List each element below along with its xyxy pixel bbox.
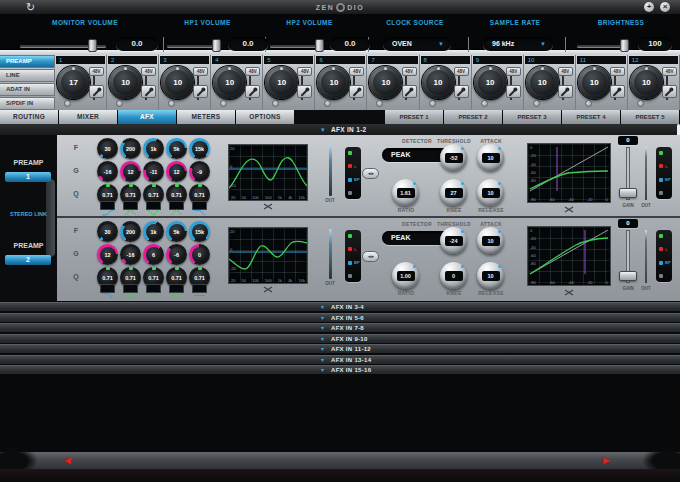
eq-gain-knob[interactable]: 0 [189, 244, 210, 265]
mic-line-button[interactable] [610, 85, 625, 98]
gain-knob[interactable]: 10 [474, 66, 507, 99]
gain-knob[interactable]: 10 [369, 66, 402, 99]
mic-line-button[interactable] [245, 85, 260, 98]
gain-knob[interactable]: 10 [161, 66, 194, 99]
pad-toggle[interactable] [64, 100, 71, 107]
edit-tools-icon[interactable] [263, 286, 273, 293]
indicator-light[interactable]: BP [348, 177, 361, 182]
eq-gain-knob[interactable]: -16 [97, 161, 118, 182]
eq-gain-knob[interactable]: 12 [120, 161, 141, 182]
eq-freq-knob[interactable]: 30 [97, 221, 118, 242]
phantom-power-button[interactable]: 48V [558, 67, 573, 76]
low-shelf-filter-icon[interactable] [100, 284, 115, 293]
main-tab[interactable]: AFX [118, 110, 176, 124]
ratio-knob[interactable]: 1.00 [392, 262, 419, 289]
eq-gain-knob[interactable]: -16 [120, 244, 141, 265]
scroll-right-arrow-icon[interactable]: ► [601, 452, 612, 469]
indicator-light[interactable] [348, 191, 361, 195]
hp1-volume-handle[interactable] [212, 39, 221, 52]
release-knob[interactable]: 10 [477, 179, 504, 206]
main-tab[interactable]: MIXER [59, 110, 117, 124]
phantom-power-button[interactable]: 48V [193, 67, 208, 76]
indicator-light[interactable] [659, 191, 672, 195]
mic-line-button[interactable] [297, 85, 312, 98]
band-filter-icon[interactable] [192, 284, 207, 293]
indicator-light[interactable]: L [659, 247, 672, 252]
mic-line-button[interactable] [662, 85, 677, 98]
indicator-light[interactable] [348, 274, 361, 278]
eq-freq-knob[interactable]: 200 [120, 138, 141, 159]
edit-tools-icon[interactable] [564, 289, 574, 296]
gain-knob[interactable]: 10 [109, 66, 142, 99]
eq-freq-knob[interactable]: 5k [166, 221, 187, 242]
edit-tools-icon[interactable] [564, 206, 574, 213]
pad-toggle[interactable] [220, 100, 227, 107]
preamp1-select-button[interactable]: 1 [5, 172, 51, 182]
eq-freq-knob[interactable]: 5k [166, 138, 187, 159]
phantom-power-button[interactable]: 48V [402, 67, 417, 76]
pad-toggle[interactable] [429, 100, 436, 107]
threshold-knob[interactable]: -52 [440, 144, 467, 171]
collapsed-afx-bar[interactable]: ▾ AFX IN 13-14 [0, 355, 680, 364]
indicator-light[interactable] [348, 234, 361, 238]
channel-link-button[interactable]: ◄► [362, 168, 379, 179]
pad-toggle[interactable] [637, 100, 644, 107]
gain-knob[interactable]: 10 [317, 66, 350, 99]
phantom-power-button[interactable]: 48V [610, 67, 625, 76]
mic-line-button[interactable] [89, 85, 104, 98]
indicator-light[interactable]: L [348, 247, 361, 252]
mic-line-button[interactable] [402, 85, 417, 98]
mic-line-button[interactable] [141, 85, 156, 98]
phantom-power-button[interactable]: 48V [89, 67, 104, 76]
bell-filter-icon[interactable] [123, 201, 138, 210]
phantom-power-button[interactable]: 48V [454, 67, 469, 76]
gain-fader-handle[interactable] [619, 188, 637, 198]
input-tab[interactable]: ADAT IN [0, 83, 55, 96]
phantom-power-button[interactable]: 48V [245, 67, 260, 76]
gain-knob[interactable]: 10 [630, 66, 663, 99]
pad-toggle[interactable] [481, 100, 488, 107]
notch-filter-icon[interactable] [146, 201, 161, 210]
notch-filter-icon[interactable] [123, 284, 138, 293]
phantom-power-button[interactable]: 48V [141, 67, 156, 76]
collapsed-afx-bar[interactable]: ▾ AFX IN 11-12 [0, 344, 680, 353]
attack-knob[interactable]: 10 [477, 227, 504, 254]
eq-freq-knob[interactable]: 15k [189, 221, 210, 242]
afx-channel-header[interactable]: ▾ AFX IN 1-2 [0, 124, 680, 135]
indicator-light[interactable] [348, 151, 361, 155]
preset-button[interactable]: PRESET 1 [385, 110, 443, 124]
indicator-light[interactable]: BP [659, 260, 672, 265]
ratio-knob[interactable]: 1.61 [392, 179, 419, 206]
gain-knob[interactable]: 10 [526, 66, 559, 99]
attack-knob[interactable]: 10 [477, 144, 504, 171]
gain-fader-handle[interactable] [619, 271, 637, 281]
preset-button[interactable]: PRESET 4 [562, 110, 620, 124]
preset-button[interactable]: PRESET 2 [444, 110, 502, 124]
bell-filter-icon[interactable] [146, 284, 161, 293]
window-close-icon[interactable]: × [660, 2, 670, 12]
eq-gain-knob[interactable]: -9 [189, 161, 210, 182]
low-shelf-filter-icon[interactable] [100, 201, 115, 210]
phantom-power-button[interactable]: 48V [349, 67, 364, 76]
bell-filter-icon[interactable] [169, 201, 184, 210]
eq-gain-knob[interactable]: 6 [143, 244, 164, 265]
indicator-light[interactable]: L [348, 164, 361, 169]
eq-freq-knob[interactable]: 30 [97, 138, 118, 159]
pad-toggle[interactable] [533, 100, 540, 107]
indicator-light[interactable] [659, 274, 672, 278]
mic-line-button[interactable] [193, 85, 208, 98]
eq-freq-knob[interactable]: 1k [143, 221, 164, 242]
release-knob[interactable]: 10 [477, 262, 504, 289]
gain-knob[interactable]: 17 [57, 66, 90, 99]
gain-knob[interactable]: 10 [213, 66, 246, 99]
gain-knob[interactable]: 10 [578, 66, 611, 99]
mic-line-button[interactable] [349, 85, 364, 98]
collapsed-afx-bar[interactable]: ▾ AFX IN 9-10 [0, 334, 680, 343]
monitor-volume-handle[interactable] [88, 39, 97, 52]
indicator-light[interactable]: BP [659, 177, 672, 182]
indicator-light[interactable] [659, 151, 672, 155]
main-tab[interactable]: OPTIONS [236, 110, 294, 124]
collapsed-afx-bar[interactable]: ▾ AFX IN 15-16 [0, 365, 680, 374]
pad-toggle[interactable] [585, 100, 592, 107]
indicator-light[interactable]: BP [348, 260, 361, 265]
